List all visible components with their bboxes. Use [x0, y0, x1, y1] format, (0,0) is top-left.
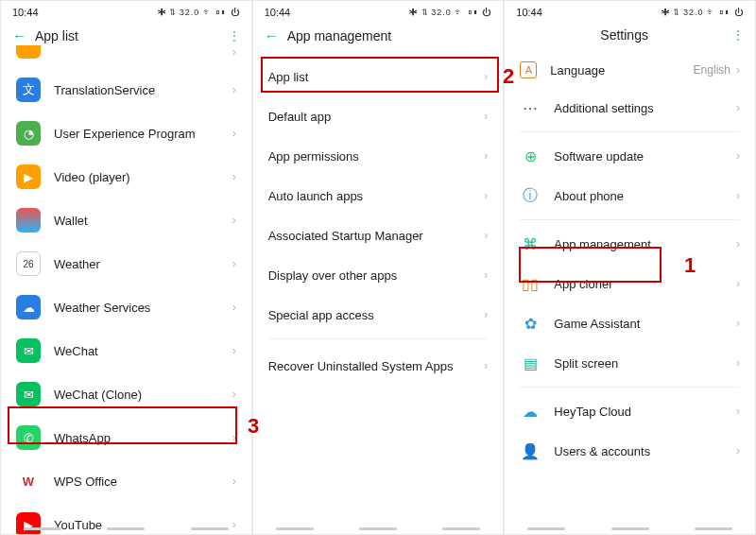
chevron-right-icon: ›	[232, 301, 236, 314]
apps-icon: ⌘	[520, 233, 541, 254]
split-icon: ▤	[520, 353, 541, 373]
list-item[interactable]: W WPS Office ›	[1, 459, 251, 503]
nav-pill[interactable]	[191, 527, 229, 530]
row-app-management[interactable]: ⌘ App management ›	[505, 224, 755, 264]
status-time: 10:44	[12, 7, 39, 18]
menu-icon[interactable]: ⋮	[229, 29, 240, 43]
row-software-update[interactable]: ⊕ Software update ›	[505, 136, 755, 176]
nav-pill[interactable]	[442, 527, 480, 530]
nav-pill[interactable]	[695, 527, 732, 530]
list-item[interactable]: ☁ Weather Services ›	[1, 285, 251, 329]
app-icon: ▶	[16, 512, 41, 535]
nav-pill[interactable]	[276, 527, 314, 530]
row-language[interactable]: A Language English ›	[505, 52, 755, 88]
app-icon: ▶	[16, 164, 41, 189]
list-item[interactable]: Auto launch apps ›	[253, 176, 504, 216]
nav-bar	[1, 527, 251, 530]
status-icons: ✱ ⇅ 32.0 ᯤ ▯▮ ⏻	[158, 8, 240, 17]
app-label: Wallet	[54, 214, 232, 228]
back-icon[interactable]: ←	[12, 27, 29, 43]
cloud-icon: ☁	[520, 401, 541, 422]
row-label: App permissions	[268, 149, 485, 164]
row-label: App management	[554, 237, 736, 251]
chevron-right-icon: ›	[484, 268, 488, 282]
row-about[interactable]: ⓘ About phone ›	[505, 176, 755, 216]
settings-list: A Language English › ⋯ Additional settin…	[505, 52, 755, 471]
list-item[interactable]: ›	[1, 45, 251, 68]
chevron-right-icon: ›	[232, 127, 236, 140]
app-icon: ✉	[16, 338, 41, 363]
row-users[interactable]: 👤 Users & accounts ›	[505, 431, 755, 471]
app-label: Weather Services	[54, 301, 232, 315]
app-icon: ✆	[16, 425, 41, 450]
row-app-cloner[interactable]: ▯▯ App cloner ›	[505, 264, 755, 303]
row-label: Users & accounts	[554, 444, 736, 458]
list-item[interactable]: ▶ Video (player) ›	[1, 155, 251, 198]
list-item[interactable]: ◔ User Experience Program ›	[1, 112, 251, 155]
list-item[interactable]: App permissions ›	[253, 136, 504, 176]
list-item[interactable]: Default app ›	[253, 96, 504, 136]
row-split-screen[interactable]: ▤ Split screen ›	[505, 343, 755, 383]
list-item[interactable]: Associated Startup Manager ›	[253, 216, 504, 255]
list-item[interactable]: Wallet ›	[1, 198, 251, 242]
row-cloud[interactable]: ☁ HeyTap Cloud ›	[505, 391, 755, 431]
chevron-right-icon: ›	[484, 308, 488, 321]
nav-pill[interactable]	[24, 527, 61, 530]
row-label: Display over other apps	[268, 268, 485, 283]
list-item[interactable]: 26 Weather ›	[1, 242, 251, 285]
row-label: Associated Startup Manager	[268, 229, 485, 243]
nav-pill[interactable]	[611, 527, 649, 530]
list-item-whatsapp[interactable]: ✆ WhatsApp ›	[1, 416, 251, 459]
divider	[268, 338, 489, 339]
row-additional[interactable]: ⋯ Additional settings ›	[505, 88, 755, 128]
row-app-list[interactable]: App list ›	[253, 57, 504, 96]
row-label: App list	[268, 70, 485, 84]
chevron-right-icon: ›	[232, 475, 236, 488]
menu-icon[interactable]: ⋮	[732, 28, 744, 42]
page-title: Settings	[516, 27, 732, 43]
mgmt-list: App list › Default app › App permissions…	[253, 57, 504, 383]
chevron-right-icon: ›	[232, 388, 236, 401]
list-item[interactable]: Display over other apps ›	[253, 255, 504, 295]
nav-pill[interactable]	[527, 527, 565, 530]
row-recover[interactable]: Recover Uninstalled System Apps ›	[253, 343, 504, 383]
chevron-right-icon: ›	[232, 45, 236, 59]
app-list: › 文 TranslationService › ◔ User Experien…	[1, 45, 251, 535]
back-icon[interactable]: ←	[265, 27, 282, 43]
row-label: Recover Uninstalled System Apps	[268, 359, 485, 373]
chevron-right-icon: ›	[484, 229, 488, 242]
row-label: Special app access	[268, 308, 485, 322]
row-label: Language	[550, 63, 693, 78]
row-label: Game Assistant	[554, 317, 736, 331]
nav-pill[interactable]	[107, 527, 145, 530]
row-label: Auto launch apps	[268, 189, 485, 203]
chevron-right-icon: ›	[736, 317, 740, 330]
app-label: User Experience Program	[54, 127, 232, 141]
more-icon: ⋯	[520, 97, 541, 118]
chevron-right-icon: ›	[736, 63, 740, 77]
step-number-3: 3	[248, 414, 259, 439]
row-label: Default app	[268, 110, 485, 124]
app-label: WhatsApp	[54, 431, 232, 445]
row-label: Split screen	[554, 356, 736, 371]
users-icon: 👤	[520, 440, 541, 461]
list-item[interactable]: ✉ WeChat ›	[1, 329, 251, 372]
chevron-right-icon: ›	[232, 83, 236, 96]
page-title: App list	[35, 28, 78, 43]
pane-app-list: 10:44 ✱ ⇅ 32.0 ᯤ ▯▮ ⏻ ← App list ⋮ › 文 T…	[0, 0, 252, 535]
list-item[interactable]: Special app access ›	[253, 295, 504, 335]
app-label: WPS Office	[54, 475, 232, 489]
nav-pill[interactable]	[359, 527, 397, 530]
pane-app-management: 10:44 ✱ ⇅ 32.0 ᯤ ▯▮ ⏻ ← App management A…	[252, 0, 505, 535]
list-item[interactable]: ✉ WeChat (Clone) ›	[1, 372, 251, 416]
chevron-right-icon: ›	[484, 70, 488, 83]
row-game-assistant[interactable]: ✿ Game Assistant ›	[505, 303, 755, 343]
update-icon: ⊕	[520, 146, 541, 166]
page-title: App management	[287, 28, 392, 43]
chevron-right-icon: ›	[232, 170, 236, 183]
app-label: Weather	[54, 257, 232, 271]
list-item[interactable]: 文 TranslationService ›	[1, 68, 251, 112]
app-icon	[16, 208, 41, 233]
divider	[520, 131, 740, 132]
game-icon: ✿	[520, 313, 541, 334]
